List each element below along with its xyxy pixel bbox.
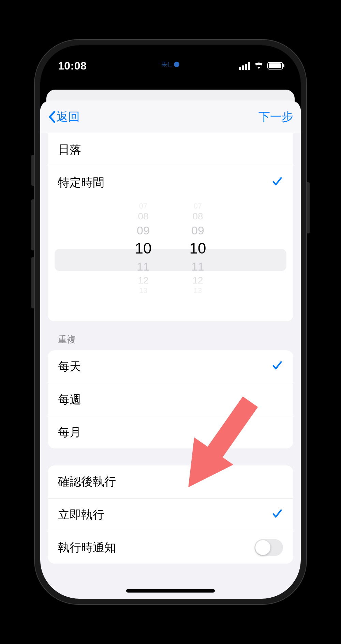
check-icon <box>271 175 283 190</box>
time-picker[interactable]: 07 08 09 10 11 12 13 07 08 09 10 <box>48 199 293 321</box>
picker-hour-item[interactable]: 13 <box>123 287 164 295</box>
status-time: 10:08 <box>58 60 87 72</box>
chevron-left-icon <box>48 111 56 123</box>
picker-hour-item[interactable]: 09 <box>123 223 164 238</box>
repeat-daily-label: 每天 <box>58 359 81 374</box>
option-specific-time-label: 特定時間 <box>58 175 104 190</box>
repeat-daily[interactable]: 每天 <box>48 350 293 383</box>
run-immediately[interactable]: 立即執行 <box>48 498 293 531</box>
repeat-weekly-label: 每週 <box>58 392 81 408</box>
option-sunset[interactable]: 日落 <box>48 133 293 166</box>
notify-when-run[interactable]: 執行時通知 <box>48 531 293 564</box>
hour-picker-column[interactable]: 07 08 09 10 11 12 13 <box>123 199 164 295</box>
nav-bar: 返回 下一步 <box>40 101 301 133</box>
toggle-knob <box>255 540 270 555</box>
execution-card: 確認後執行 立即執行 執行時通知 <box>48 465 293 564</box>
run-immediately-label: 立即執行 <box>58 507 104 523</box>
modal-sheet: 返回 下一步 日落 特定時間 <box>40 101 301 599</box>
picker-minute-item[interactable]: 08 <box>177 210 218 223</box>
picker-hour-selected[interactable]: 10 <box>123 238 164 259</box>
repeat-monthly[interactable]: 每月 <box>48 416 293 448</box>
run-after-confirm[interactable]: 確認後執行 <box>48 465 293 498</box>
screen: 果仁 10:08 返回 <box>40 45 301 599</box>
picker-minute-item[interactable]: 09 <box>177 223 218 238</box>
time-trigger-card: 日落 特定時間 07 08 09 10 <box>48 133 293 321</box>
home-indicator[interactable] <box>126 589 215 593</box>
next-label: 下一步 <box>258 110 293 123</box>
phone-frame: 果仁 10:08 返回 <box>34 39 307 605</box>
back-label: 返回 <box>57 109 80 125</box>
picker-minute-item[interactable]: 07 <box>177 202 218 210</box>
picker-hour-item[interactable]: 08 <box>123 210 164 223</box>
island-text: 果仁 <box>162 61 173 68</box>
back-button[interactable]: 返回 <box>48 109 80 125</box>
check-icon <box>271 508 283 522</box>
run-after-confirm-label: 確認後執行 <box>58 474 116 490</box>
notify-when-run-label: 執行時通知 <box>58 540 116 555</box>
next-button[interactable]: 下一步 <box>258 109 293 125</box>
wifi-icon <box>254 61 264 71</box>
picker-minute-selected[interactable]: 10 <box>177 238 218 259</box>
option-sunset-label: 日落 <box>58 142 81 157</box>
option-specific-time[interactable]: 特定時間 <box>48 166 293 199</box>
picker-hour-item[interactable]: 11 <box>123 259 164 274</box>
status-icons <box>239 61 283 71</box>
notify-toggle[interactable] <box>254 539 283 556</box>
island-dot-icon <box>174 62 179 67</box>
minute-picker-column[interactable]: 07 08 09 10 11 12 13 <box>177 199 218 295</box>
picker-minute-item[interactable]: 13 <box>177 287 218 295</box>
repeat-monthly-label: 每月 <box>58 425 81 440</box>
dynamic-island: 果仁 <box>136 55 205 74</box>
picker-minute-item[interactable]: 11 <box>177 259 218 274</box>
repeat-weekly[interactable]: 每週 <box>48 383 293 416</box>
picker-hour-item[interactable]: 12 <box>123 274 164 287</box>
picker-minute-item[interactable]: 12 <box>177 274 218 287</box>
battery-icon <box>267 62 283 70</box>
repeat-section-header: 重複 <box>48 321 293 350</box>
repeat-card: 每天 每週 每月 <box>48 350 293 448</box>
check-icon <box>271 359 283 374</box>
cellular-signal-icon <box>239 62 250 70</box>
picker-hour-item[interactable]: 07 <box>123 202 164 210</box>
